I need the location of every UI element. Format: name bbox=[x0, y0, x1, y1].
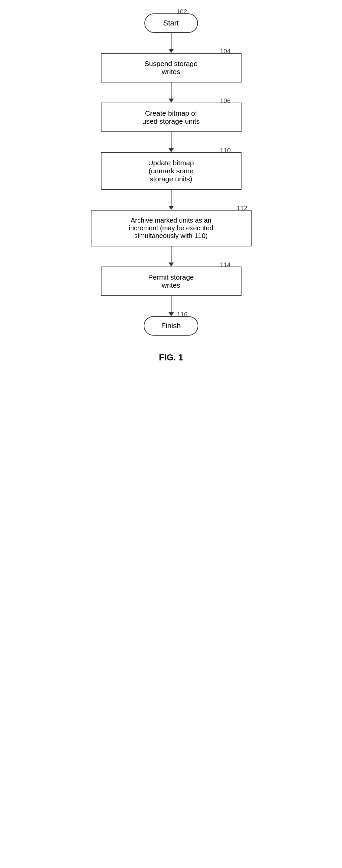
arrowhead-3 bbox=[169, 148, 174, 152]
arrow-line-1 bbox=[171, 33, 171, 49]
step104-node: Suspend storagewrites 104 bbox=[101, 53, 241, 83]
arrow-1 bbox=[169, 33, 174, 53]
finish-node: Finish 116 bbox=[144, 316, 198, 336]
step104-number: 104 bbox=[220, 48, 231, 55]
step114-number: 114 bbox=[220, 261, 231, 269]
arrow-line-5 bbox=[171, 246, 171, 262]
step114-wrapper: Permit storagewrites 114 bbox=[79, 267, 263, 296]
step112-wrapper: Archive marked units as anincrement (may… bbox=[71, 210, 272, 246]
arrowhead-6 bbox=[169, 312, 174, 316]
arrow-3 bbox=[169, 132, 174, 152]
step112-number: 112 bbox=[237, 205, 247, 212]
arrow-line-2 bbox=[171, 83, 171, 99]
step110-node: Update bitmap(unmark somestorage units) … bbox=[101, 152, 241, 190]
arrowhead-1 bbox=[169, 49, 174, 53]
step106-node: Create bitmap ofused storage units 106 bbox=[101, 102, 241, 132]
arrowhead-2 bbox=[169, 99, 174, 102]
arrowhead-5 bbox=[169, 262, 174, 267]
step110-label: Update bitmap(unmark somestorage units) bbox=[148, 159, 194, 183]
step114-node: Permit storagewrites 114 bbox=[101, 267, 241, 296]
finish-number: 116 bbox=[177, 311, 187, 318]
figure-label: FIG. 1 bbox=[159, 352, 183, 363]
step106-number: 106 bbox=[220, 97, 231, 104]
step114-label: Permit storagewrites bbox=[148, 273, 194, 289]
start-number: 102 bbox=[176, 8, 187, 16]
step104-label: Suspend storagewrites bbox=[144, 60, 198, 75]
arrow-line-3 bbox=[171, 132, 171, 148]
start-node-wrapper: Start 102 bbox=[79, 13, 263, 33]
flowchart-diagram: Start 102 Suspend storagewrites 104 Crea… bbox=[54, 0, 288, 383]
finish-node-wrapper: Finish 116 bbox=[79, 316, 263, 336]
arrow-4 bbox=[169, 190, 174, 210]
arrowhead-4 bbox=[169, 206, 174, 210]
arrow-6 bbox=[169, 296, 174, 316]
arrow-5 bbox=[169, 246, 174, 267]
step112-node: Archive marked units as anincrement (may… bbox=[91, 210, 251, 246]
start-node: Start 102 bbox=[144, 13, 198, 33]
start-label: Start bbox=[163, 19, 178, 27]
arrow-2 bbox=[169, 83, 174, 102]
step110-number: 110 bbox=[220, 147, 231, 154]
finish-label: Finish bbox=[161, 321, 181, 330]
step104-wrapper: Suspend storagewrites 104 bbox=[79, 53, 263, 83]
step112-label: Archive marked units as anincrement (may… bbox=[129, 217, 213, 239]
arrow-line-4 bbox=[171, 190, 171, 206]
step106-wrapper: Create bitmap ofused storage units 106 bbox=[79, 102, 263, 132]
step106-label: Create bitmap ofused storage units bbox=[142, 109, 200, 125]
arrow-line-6 bbox=[171, 296, 171, 312]
step110-wrapper: Update bitmap(unmark somestorage units) … bbox=[79, 152, 263, 190]
